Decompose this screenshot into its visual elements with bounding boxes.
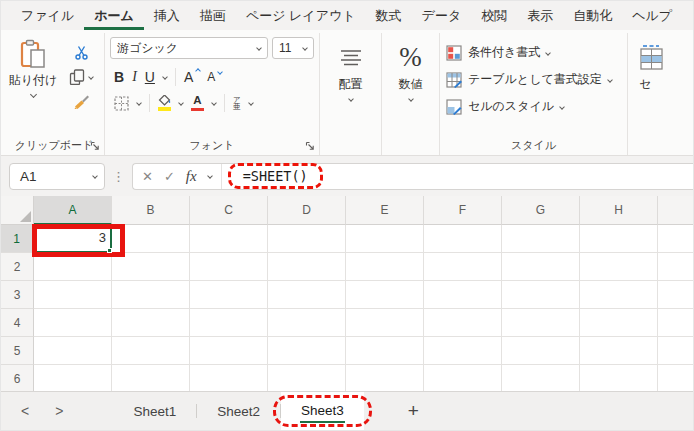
chevron-down-icon[interactable] <box>29 91 36 98</box>
cell-B2[interactable] <box>112 253 190 281</box>
column-header-g[interactable]: G <box>502 196 580 225</box>
enter-button[interactable]: ✓ <box>164 169 175 184</box>
cell-H4[interactable] <box>580 309 658 337</box>
underline-button[interactable]: U <box>145 69 155 85</box>
cell-styles-button[interactable]: セルのスタイル <box>443 93 624 120</box>
font-dialog-launcher-icon[interactable] <box>305 141 315 151</box>
tab-draw[interactable]: 描画 <box>190 1 236 30</box>
cell-F2[interactable] <box>424 253 502 281</box>
name-box[interactable]: A1 <box>9 163 105 190</box>
fill-color-button[interactable] <box>158 95 171 111</box>
cell-F5[interactable] <box>424 337 502 365</box>
number-button[interactable]: % 数値 <box>385 36 436 155</box>
cell-H5[interactable] <box>580 337 658 365</box>
cell-A3[interactable] <box>34 281 112 309</box>
row-header-2[interactable]: 2 <box>1 253 34 281</box>
cut-button[interactable] <box>74 44 89 60</box>
chevron-down-icon[interactable] <box>178 100 184 106</box>
cell-partial-1[interactable] <box>658 225 693 253</box>
tab-home[interactable]: ホーム <box>84 1 144 30</box>
cell-E1[interactable] <box>346 225 424 253</box>
cell-F4[interactable] <box>424 309 502 337</box>
cell-F3[interactable] <box>424 281 502 309</box>
row-header-4[interactable]: 4 <box>1 309 34 337</box>
cell-F1[interactable] <box>424 225 502 253</box>
cell-D4[interactable] <box>268 309 346 337</box>
cell-C2[interactable] <box>190 253 268 281</box>
tab-data[interactable]: データ <box>412 1 472 30</box>
cell-E6[interactable] <box>346 365 424 391</box>
cell-D2[interactable] <box>268 253 346 281</box>
column-header-c[interactable]: C <box>190 196 268 225</box>
prev-sheet-arrow[interactable]: < <box>21 403 29 419</box>
cell-A2[interactable] <box>34 253 112 281</box>
column-header-b[interactable]: B <box>112 196 190 225</box>
paste-button[interactable]: 貼り付け <box>7 36 59 135</box>
cancel-button[interactable]: ✕ <box>142 169 153 184</box>
tab-file[interactable]: ファイル <box>11 1 84 30</box>
cell-A5[interactable] <box>34 337 112 365</box>
cell-C4[interactable] <box>190 309 268 337</box>
cell-C6[interactable] <box>190 365 268 391</box>
cell-H3[interactable] <box>580 281 658 309</box>
select-all-corner[interactable] <box>1 196 34 225</box>
column-header-h[interactable]: H <box>580 196 658 225</box>
bold-button[interactable]: B <box>114 69 124 85</box>
cell-H2[interactable] <box>580 253 658 281</box>
row-header-6[interactable]: 6 <box>1 365 34 391</box>
tab-insert[interactable]: 挿入 <box>144 1 190 30</box>
cell-partial-4[interactable] <box>658 309 693 337</box>
sheet-tab-sheet1[interactable]: Sheet1 <box>113 392 196 430</box>
sheet-tab-sheet3[interactable]: Sheet3 <box>281 392 364 430</box>
cell-F6[interactable] <box>424 365 502 391</box>
cell-D1[interactable] <box>268 225 346 253</box>
column-header-d[interactable]: D <box>268 196 346 225</box>
cell-E2[interactable] <box>346 253 424 281</box>
column-header-e[interactable]: E <box>346 196 424 225</box>
cell-partial-2[interactable] <box>658 253 693 281</box>
row-header-5[interactable]: 5 <box>1 337 34 365</box>
cells-button[interactable]: セ <box>631 36 673 155</box>
cell-A1[interactable]: 3 <box>34 225 112 253</box>
column-header-partial[interactable] <box>658 196 693 225</box>
cell-G1[interactable] <box>502 225 580 253</box>
formula-input[interactable]: =SHEET() <box>243 168 308 184</box>
insert-function-button[interactable]: fx <box>186 168 197 185</box>
chevron-down-icon[interactable] <box>248 100 254 106</box>
cell-G6[interactable] <box>502 365 580 391</box>
tab-page-layout[interactable]: ページ レイアウト <box>236 1 366 30</box>
cell-D6[interactable] <box>268 365 346 391</box>
chevron-down-icon[interactable] <box>207 173 213 179</box>
cell-B6[interactable] <box>112 365 190 391</box>
tab-review[interactable]: 校閲 <box>471 1 517 30</box>
cell-partial-6[interactable] <box>658 365 693 391</box>
cell-B5[interactable] <box>112 337 190 365</box>
chevron-down-icon[interactable] <box>136 100 142 106</box>
clipboard-dialog-launcher-icon[interactable] <box>90 141 100 151</box>
fill-handle[interactable] <box>107 248 112 253</box>
tab-help[interactable]: ヘルプ <box>622 1 682 30</box>
formula-bar-resize-handle[interactable]: ⋮ <box>112 169 125 184</box>
cell-B3[interactable] <box>112 281 190 309</box>
cell-partial-3[interactable] <box>658 281 693 309</box>
next-sheet-arrow[interactable]: > <box>55 403 63 419</box>
cell-D5[interactable] <box>268 337 346 365</box>
cell-D3[interactable] <box>268 281 346 309</box>
sheet-tab-sheet2[interactable]: Sheet2 <box>197 392 280 430</box>
cell-C3[interactable] <box>190 281 268 309</box>
cell-E3[interactable] <box>346 281 424 309</box>
cell-B4[interactable] <box>112 309 190 337</box>
chevron-down-icon[interactable] <box>92 173 98 179</box>
copy-button[interactable] <box>69 69 93 85</box>
row-header-3[interactable]: 3 <box>1 281 34 309</box>
cell-G4[interactable] <box>502 309 580 337</box>
cell-G5[interactable] <box>502 337 580 365</box>
cell-H1[interactable] <box>580 225 658 253</box>
underline-options-chevron-icon[interactable] <box>162 74 168 80</box>
tab-formulas[interactable]: 数式 <box>366 1 412 30</box>
cell-C1[interactable] <box>190 225 268 253</box>
conditional-formatting-button[interactable]: 条件付き書式 <box>443 39 624 66</box>
row-header-1[interactable]: 1 <box>1 225 34 253</box>
decrease-font-size-button[interactable]: A <box>207 70 215 84</box>
add-sheet-button[interactable]: + <box>408 392 419 430</box>
